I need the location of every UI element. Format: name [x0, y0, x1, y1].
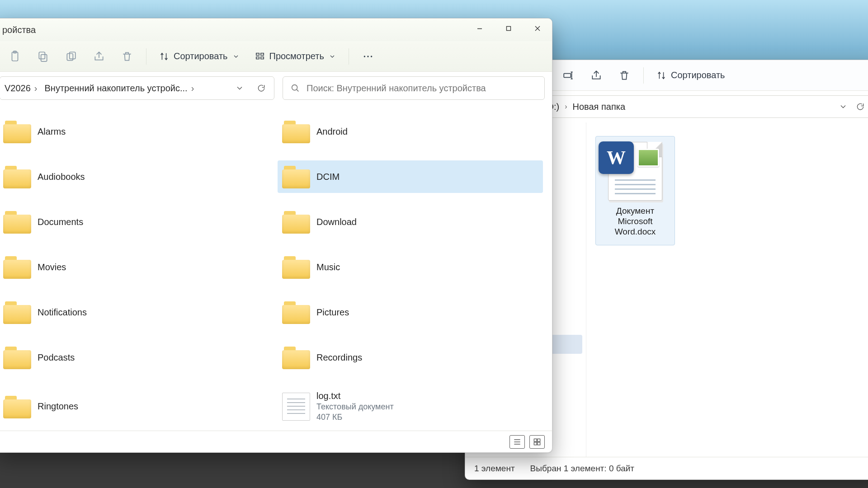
sort-label: Сортировать: [174, 51, 228, 61]
svg-rect-22: [534, 439, 537, 441]
details-view-button[interactable]: [509, 435, 525, 449]
folder-item[interactable]: Podcasts: [0, 341, 264, 374]
file-list[interactable]: AlarmsAndroidAudiobooksDCIMDocumentsDown…: [0, 105, 552, 431]
folder-icon: [282, 165, 310, 188]
address-dropdown[interactable]: [231, 79, 249, 97]
svg-rect-15: [260, 53, 263, 55]
paste-button: [58, 46, 84, 67]
item-name: Music: [316, 262, 340, 272]
item-name: Audiobooks: [38, 172, 85, 182]
delete-button[interactable]: [612, 65, 637, 86]
item-name: Podcasts: [38, 352, 75, 363]
folder-icon: [3, 210, 31, 234]
svg-point-18: [364, 56, 365, 57]
toolbar: Сортировать Просмотреть: [0, 41, 552, 72]
item-type: Текстовый документ: [316, 402, 394, 412]
file-tile-docx[interactable]: W Документ Microsoft Word.docx: [595, 136, 675, 245]
file-item[interactable]: log.txtТекстовый документ407 КБ: [278, 386, 543, 427]
address-bar[interactable]: V2026 › Внутренний накопитель устройс...…: [0, 76, 274, 100]
sort-button[interactable]: Сортировать: [153, 47, 246, 66]
explorer-window-primary: ройства Сортировать: [0, 18, 552, 453]
folder-icon: [3, 120, 31, 143]
folder-icon: [3, 395, 31, 418]
item-name: Notifications: [38, 307, 87, 318]
folder-icon: [3, 255, 31, 279]
view-label: Просмотреть: [269, 51, 324, 61]
chevron-right-icon: ›: [33, 83, 39, 94]
svg-rect-12: [67, 53, 73, 60]
svg-rect-10: [41, 54, 47, 61]
svg-rect-6: [564, 73, 571, 77]
rename-button[interactable]: [556, 65, 581, 86]
file-area[interactable]: W Документ Microsoft Word.docx: [586, 122, 868, 457]
view-button[interactable]: Просмотреть: [249, 47, 342, 66]
folder-item[interactable]: Ringtones: [0, 386, 264, 427]
toolbar-divider: [349, 48, 349, 65]
folder-icon: [282, 346, 310, 369]
item-name: log.txt: [316, 391, 394, 401]
folder-icon: [3, 346, 31, 369]
item-name: Recordings: [316, 352, 362, 363]
item-name: Movies: [38, 262, 66, 272]
folder-item[interactable]: Recordings: [278, 341, 543, 374]
svg-rect-13: [70, 52, 75, 59]
folder-icon: [3, 300, 31, 324]
maximize-button[interactable]: [494, 19, 523, 38]
share-button: [86, 46, 112, 67]
icons-view-button[interactable]: [529, 435, 545, 449]
share-button[interactable]: [584, 65, 609, 86]
svg-rect-11: [39, 52, 45, 59]
copy-button: [30, 46, 56, 67]
search-box[interactable]: [283, 76, 545, 100]
breadcrumb-seg-device[interactable]: V2026 ›: [4, 80, 40, 96]
address-dropdown[interactable]: [835, 102, 851, 111]
folder-item[interactable]: Download: [278, 206, 543, 238]
svg-rect-7: [507, 27, 511, 31]
item-name: Documents: [38, 217, 83, 227]
status-count: 1 элемент: [474, 464, 515, 474]
folder-item[interactable]: Alarms: [0, 115, 264, 148]
item-name: Android: [316, 127, 348, 137]
item-name: Alarms: [38, 127, 66, 137]
folder-icon: [3, 165, 31, 188]
svg-rect-23: [538, 439, 540, 441]
item-name: Download: [316, 217, 357, 227]
item-size: 407 КБ: [316, 413, 394, 422]
folder-item[interactable]: Audiobooks: [0, 160, 264, 193]
svg-rect-25: [538, 442, 540, 445]
folder-item[interactable]: DCIM: [278, 160, 543, 193]
file-caption: Документ Microsoft Word.docx: [599, 206, 671, 237]
folder-icon: [282, 210, 310, 234]
svg-rect-14: [256, 53, 259, 55]
folder-item[interactable]: Music: [278, 251, 543, 283]
close-button[interactable]: [523, 19, 552, 38]
svg-rect-16: [256, 56, 259, 59]
more-button[interactable]: [355, 46, 381, 67]
sort-button[interactable]: Сортировать: [650, 66, 731, 85]
folder-item[interactable]: Movies: [0, 251, 264, 283]
folder-icon: [282, 300, 310, 324]
folder-item[interactable]: Notifications: [0, 296, 264, 328]
svg-point-20: [371, 56, 372, 57]
folder-item[interactable]: Android: [278, 115, 543, 148]
folder-icon: [282, 120, 310, 143]
search-input[interactable]: [307, 83, 537, 94]
item-name: DCIM: [316, 172, 340, 182]
toolbar-divider: [643, 67, 644, 84]
breadcrumb-seg-storage[interactable]: Внутренний накопитель устройс... ›: [44, 80, 197, 96]
breadcrumb-seg-folder[interactable]: Новая папка: [571, 99, 627, 115]
minimize-button[interactable]: [465, 19, 494, 38]
refresh-button[interactable]: [853, 102, 868, 111]
text-file-icon: [282, 393, 310, 421]
folder-item[interactable]: Pictures: [278, 296, 543, 328]
item-name: Pictures: [316, 307, 349, 318]
search-icon: [290, 83, 300, 93]
sort-label: Сортировать: [671, 70, 725, 80]
refresh-button[interactable]: [252, 79, 270, 97]
folder-item[interactable]: Documents: [0, 206, 264, 238]
chevron-right-icon: ›: [189, 83, 196, 94]
title-bar[interactable]: ройства: [0, 19, 552, 41]
chevron-down-icon: [329, 53, 336, 60]
svg-rect-24: [534, 442, 537, 445]
svg-point-19: [367, 56, 368, 57]
